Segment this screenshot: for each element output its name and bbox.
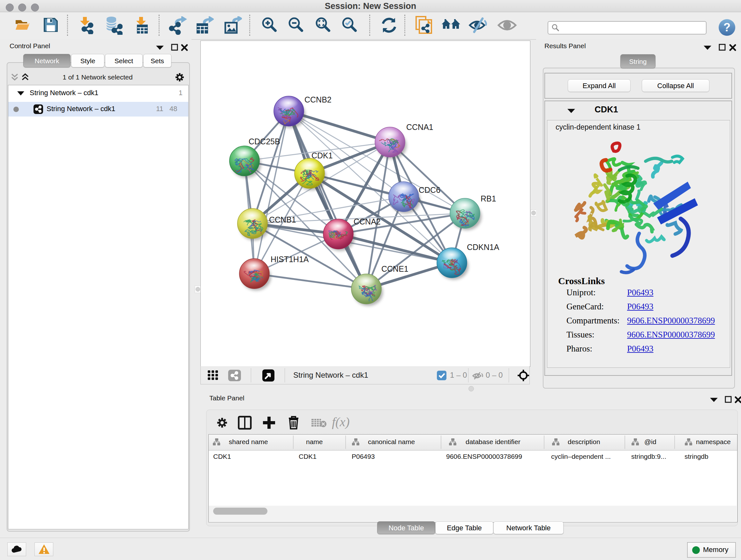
svg-text:?: ? [724,21,731,34]
svg-text:HIST1H1A: HIST1H1A [271,255,309,264]
svg-text:CDC6: CDC6 [419,186,441,194]
svg-text:CCNB1: CCNB1 [269,215,296,224]
svg-text:CDK1: CDK1 [312,151,333,160]
svg-text:CCNA1: CCNA1 [406,123,433,132]
svg-text:CDC25B: CDC25B [249,137,280,146]
svg-text:CDKN1A: CDKN1A [467,243,499,252]
svg-text:CCNE1: CCNE1 [381,264,408,273]
svg-text:CCNA2: CCNA2 [354,217,381,226]
svg-text:CCNB2: CCNB2 [305,95,332,104]
svg-text:RB1: RB1 [481,194,496,203]
